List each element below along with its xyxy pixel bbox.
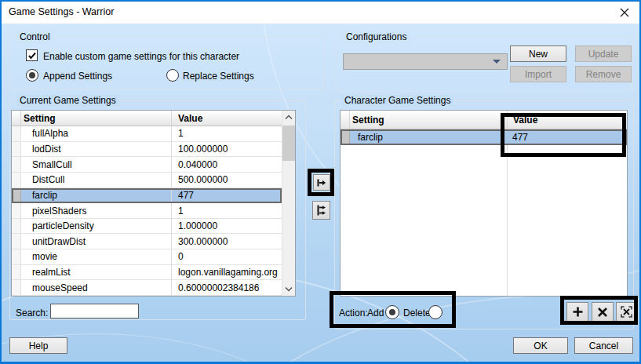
close-icon [619,7,630,18]
setting-cell: SmallCull [21,157,172,172]
new-button[interactable]: New [510,46,566,62]
table-row[interactable]: mouseSpeed0.60000002384186 [12,280,282,296]
delete-row-button[interactable] [592,302,614,322]
column-header-value[interactable]: Value [172,113,282,124]
append-settings-radio[interactable] [26,69,38,82]
character-table-header: Setting Value [341,111,627,129]
table-row-selected[interactable]: farclip 477 [341,129,627,145]
scrollbar-thumb[interactable] [282,126,295,161]
x-with-corners-icon [621,306,632,318]
value-cell: 0 [172,249,282,264]
column-header-setting[interactable]: Setting [21,111,172,126]
value-cell: 1 [172,203,282,218]
control-legend: Control [16,31,53,42]
table-row[interactable]: lodDist100.000000 [12,142,282,158]
action-add-label: Add [367,308,384,318]
character-settings-table: Setting Value farclip 477 [340,110,628,297]
cancel-button[interactable]: Cancel [574,337,633,354]
row-header-gutter [12,142,21,157]
current-settings-table: Setting Value fullAlpha1 lodDist100.0000… [11,110,296,297]
row-header-gutter [341,111,350,129]
replace-settings-radio[interactable] [166,69,179,82]
delete-all-rows-button[interactable] [616,302,637,322]
value-cell: 1.000000 [172,219,282,234]
character-table-rows: farclip 477 [341,129,627,145]
action-label: Action: [339,308,368,318]
setting-cell: realmList [21,265,172,280]
scrollbar-track[interactable] [282,124,295,282]
remove-button: Remove [575,66,632,82]
action-delete-radio[interactable] [428,305,443,319]
title-bar: Game Settings - Warrior [2,2,639,24]
move-all-right-button[interactable] [312,201,330,220]
configurations-legend: Configurations [343,31,410,42]
row-header-gutter [12,219,21,234]
enable-custom-settings-label: Enable custom game settings for this cha… [43,51,239,62]
chevron-up-icon [285,115,293,120]
update-button: Update [575,46,632,62]
table-row[interactable]: fullAlpha1 [12,126,282,142]
value-cell: 477 [507,129,627,144]
table-row[interactable]: particleDensity1.000000 [12,219,282,235]
current-table-rows: fullAlpha1 lodDist100.000000 SmallCull0.… [12,126,282,296]
table-row[interactable]: SmallCull0.040000 [12,157,282,173]
enable-custom-settings-checkbox[interactable] [26,49,38,61]
setting-cell: farclip [350,129,507,144]
value-cell: 0.040000 [172,157,282,172]
scroll-down-button[interactable] [282,282,295,296]
action-add-radio[interactable] [385,305,399,319]
close-button[interactable] [616,5,633,20]
row-header-gutter [12,111,21,126]
help-button[interactable]: Help [9,337,67,354]
setting-cell: unitDrawDist [21,234,172,249]
control-groupbox: Control [9,37,323,90]
value-cell: 300.000000 [172,234,282,249]
setting-cell: mouseSpeed [21,280,172,295]
value-cell: 500.000000 [172,173,282,187]
setting-cell: pixelShaders [21,203,172,218]
scroll-up-button[interactable] [282,111,295,124]
table-row[interactable]: unitDrawDist300.000000 [12,234,282,249]
column-header-value[interactable]: Value [507,115,627,126]
checkmark-icon [27,51,37,60]
row-header-gutter [12,173,21,187]
character-settings-legend: Character Game Settings [341,95,453,106]
x-icon [597,307,608,318]
row-header-gutter [341,129,350,144]
column-header-setting[interactable]: Setting [350,111,507,129]
row-header-gutter [12,265,21,280]
setting-cell: particleDensity [21,219,172,234]
table-row-selected[interactable]: farclip477 [12,188,282,204]
row-header-gutter [12,188,21,203]
row-header-gutter [12,203,21,218]
current-table-header: Setting Value [12,111,282,126]
add-row-button[interactable] [566,302,588,322]
vertical-scrollbar[interactable] [282,111,295,296]
current-settings-legend: Current Game Settings [16,95,119,106]
append-settings-label: Append Settings [43,71,112,82]
table-row[interactable]: pixelShaders1 [12,203,282,219]
search-input[interactable] [50,304,139,318]
configurations-combobox[interactable] [343,53,508,70]
window-title: Game Settings - Warrior [9,6,114,17]
row-header-gutter [12,126,21,141]
bar-double-arrow-right-icon [316,204,327,217]
radio-dot [389,309,395,315]
action-delete-label: Delete [403,308,431,318]
row-header-gutter [12,234,21,249]
value-cell: 100.000000 [172,142,282,157]
value-cell: 477 [172,188,282,203]
setting-cell: DistCull [21,173,172,187]
value-cell: 1 [172,126,282,141]
value-cell: 0.60000002384186 [172,280,282,295]
chevron-down-icon [285,286,293,292]
ok-button[interactable]: OK [513,337,568,354]
table-row[interactable]: realmListlogon.vanillagaming.org [12,265,282,281]
search-label: Search: [16,308,48,318]
setting-cell: farclip [21,188,172,203]
replace-settings-label: Replace Settings [183,71,254,82]
move-selected-right-button[interactable] [313,174,330,191]
table-row[interactable]: DistCull500.000000 [12,173,282,188]
setting-cell: fullAlpha [21,126,172,141]
table-row[interactable]: movie0 [12,249,282,265]
